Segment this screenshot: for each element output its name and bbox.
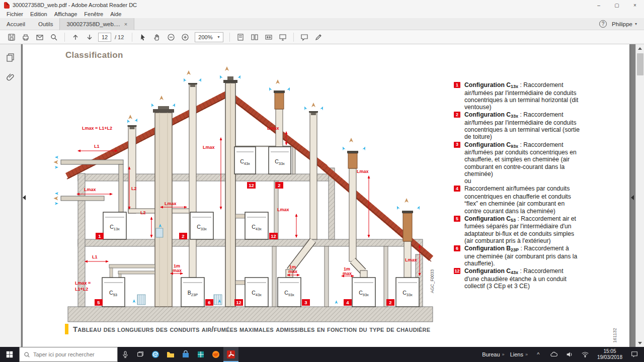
- store-icon[interactable]: [178, 347, 193, 362]
- select-tool-button[interactable]: [136, 31, 149, 43]
- next-page-button[interactable]: [83, 31, 96, 43]
- svg-text:1: 1: [98, 233, 101, 239]
- toolbar-bureau[interactable]: Bureau»: [479, 351, 507, 357]
- email-button[interactable]: [33, 31, 46, 43]
- svg-text:L1: L1: [94, 144, 100, 149]
- reading-mode-button[interactable]: [276, 31, 289, 43]
- boiler-c33x-mid: C33x: [190, 212, 213, 239]
- chevron-down-icon: ▾: [218, 35, 220, 39]
- tab-document[interactable]: 300027358D_web.... ×: [59, 18, 134, 30]
- menu-affichage[interactable]: Affichage: [51, 11, 81, 17]
- svg-text:max: max: [288, 269, 297, 274]
- legend-badge: 4: [454, 186, 460, 192]
- boiler-c33x-ground-right: C33x: [396, 278, 419, 307]
- help-icon[interactable]: ?: [599, 20, 607, 28]
- vertical-scrollbar[interactable]: [635, 44, 644, 347]
- page-view-button[interactable]: [234, 31, 247, 43]
- acrobat-taskbar-icon[interactable]: [223, 347, 238, 362]
- fit-width-button[interactable]: [262, 31, 275, 43]
- badge-4: 4: [344, 299, 352, 306]
- highlight-pen-button[interactable]: [312, 31, 325, 43]
- legend-item-4: 4Raccordement air/fumées par conduits co…: [454, 185, 580, 214]
- badge-5: 5: [95, 299, 103, 306]
- toolbar-liens[interactable]: Liens»: [508, 351, 530, 357]
- svg-text:Lmax: Lmax: [203, 145, 215, 150]
- svg-text:Lmax = L1+L2: Lmax = L1+L2: [82, 126, 112, 131]
- chevron-right-icon: »: [525, 352, 528, 357]
- comment-button[interactable]: [298, 31, 311, 43]
- close-button[interactable]: ×: [626, 0, 644, 10]
- svg-text:Lmax =: Lmax =: [75, 281, 91, 286]
- system-tray: Bureau» Liens» ^ 15:05 19/03/2018: [479, 347, 644, 362]
- hand-tool-button[interactable]: [150, 31, 164, 43]
- cloud-icon[interactable]: [546, 347, 561, 362]
- svg-text:6: 6: [208, 300, 210, 305]
- scroll-down-icon[interactable]: [636, 339, 644, 347]
- zoom-in-button[interactable]: [179, 31, 192, 43]
- search-icon[interactable]: [47, 31, 60, 43]
- clock-date: 19/03/2018: [597, 354, 622, 361]
- attachments-icon[interactable]: [5, 71, 17, 83]
- show-hidden-icons[interactable]: ^: [531, 347, 546, 362]
- legend-item-2: 2Configuration C33x : Raccordement air/f…: [454, 111, 580, 140]
- collapse-right-panel-button[interactable]: [629, 191, 635, 204]
- window-controls: – ▢ ×: [590, 0, 644, 10]
- zoom-out-button[interactable]: [165, 31, 178, 43]
- menu-edition[interactable]: Edition: [27, 11, 51, 17]
- firefox-icon[interactable]: [208, 347, 223, 362]
- svg-text:4: 4: [346, 300, 349, 305]
- menu-fenetre[interactable]: Fenêtre: [80, 11, 107, 17]
- previous-page-button[interactable]: [69, 31, 82, 43]
- zoom-level-select[interactable]: 200% ▾: [195, 32, 223, 42]
- maximize-button[interactable]: ▢: [608, 0, 626, 10]
- badge-12: 12: [247, 182, 256, 189]
- office-app-icon[interactable]: [193, 347, 208, 362]
- user-menu[interactable]: Philippe ▾: [612, 21, 637, 27]
- boiler-c93x-ground: C93x: [278, 278, 301, 307]
- search-icon: [24, 351, 30, 358]
- tab-bar: Accueil Outils 300027358D_web.... × ? Ph…: [0, 18, 644, 30]
- scrollbar-thumb[interactable]: [637, 53, 643, 75]
- notifications-icon[interactable]: [627, 347, 642, 362]
- section-title-bar: [65, 324, 68, 334]
- scroll-up-icon[interactable]: [636, 44, 644, 52]
- document-area: Classification: [21, 44, 635, 347]
- zoom-value: 200%: [198, 34, 212, 40]
- two-page-view-button[interactable]: [248, 31, 261, 43]
- search-input[interactable]: [33, 351, 109, 357]
- badge-3: 3: [302, 299, 310, 306]
- badge-2: 2: [275, 182, 283, 189]
- menu-aide[interactable]: Aide: [107, 11, 125, 17]
- legend-item-3: 3Configuration C93x : Raccordement air/f…: [454, 141, 580, 185]
- save-button[interactable]: [5, 31, 18, 43]
- network-icon[interactable]: [578, 347, 593, 362]
- svg-text:Lmax: Lmax: [357, 169, 369, 174]
- collapse-left-panel-button[interactable]: [21, 191, 27, 204]
- boiler-c43x-attic: C43x: [234, 147, 256, 174]
- page-number-input[interactable]: [98, 33, 111, 42]
- acrobat-app-icon: [4, 2, 10, 9]
- start-button[interactable]: [0, 347, 19, 362]
- svg-text:Lmax: Lmax: [277, 207, 289, 212]
- tab-outils[interactable]: Outils: [32, 18, 59, 30]
- legend-item-6: 6Configuration B23P : Raccordement à une…: [454, 245, 580, 267]
- taskbar-clock[interactable]: 15:05 19/03/2018: [593, 348, 626, 361]
- task-view-icon[interactable]: [133, 347, 148, 362]
- wall-terminal-duct: [61, 196, 104, 201]
- print-button[interactable]: [19, 31, 32, 43]
- taskbar-search[interactable]: [19, 347, 118, 362]
- windows-taskbar: Bureau» Liens» ^ 15:05 19/03/2018: [0, 347, 644, 362]
- microphone-icon[interactable]: [118, 347, 133, 362]
- edge-icon[interactable]: [148, 347, 163, 362]
- svg-text:12: 12: [236, 300, 242, 305]
- section-title: Tableau des longueurs des conduits air/f…: [65, 324, 430, 334]
- boiler-c43x-mid: C43x: [245, 212, 268, 239]
- page-thumbnails-icon[interactable]: [5, 51, 17, 63]
- tab-accueil[interactable]: Accueil: [0, 18, 32, 30]
- tab-close-icon[interactable]: ×: [124, 21, 127, 27]
- menu-fichier[interactable]: Fichier: [3, 11, 27, 17]
- flues: [61, 76, 413, 307]
- minimize-button[interactable]: –: [590, 0, 608, 10]
- volume-icon[interactable]: [562, 347, 577, 362]
- file-explorer-icon[interactable]: [163, 347, 178, 362]
